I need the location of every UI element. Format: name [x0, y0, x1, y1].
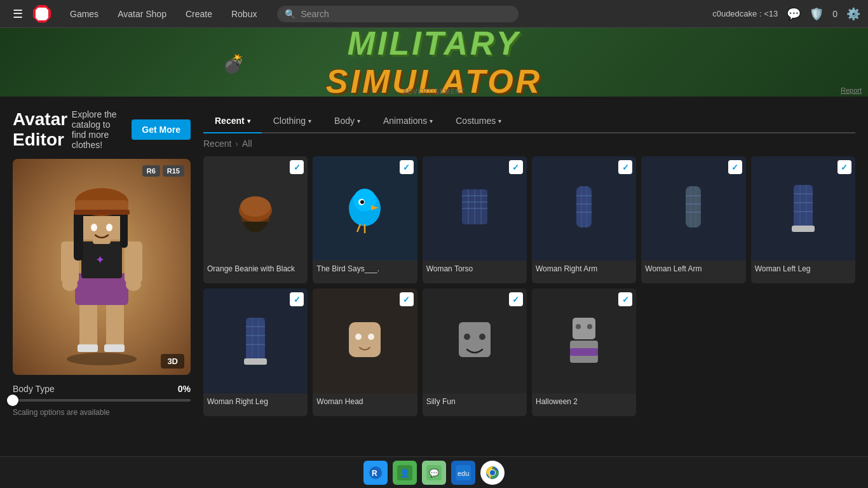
tab-body[interactable]: Body ▾ — [323, 109, 372, 133]
username-display: c0udedcake : <13 — [712, 9, 778, 18]
nav-games[interactable]: Games — [61, 4, 107, 24]
item-check-left-arm: ✓ — [728, 160, 742, 174]
svg-text:edu: edu — [458, 470, 469, 477]
tab-recent-arrow: ▾ — [247, 118, 250, 125]
hamburger-menu[interactable]: ☰ — [8, 4, 28, 24]
tab-costumes[interactable]: Costumes ▾ — [444, 109, 513, 133]
item-image-head: ✓ — [313, 288, 417, 393]
list-item[interactable]: ✓ Woman Right Arm — [532, 156, 636, 283]
svg-rect-16 — [74, 210, 83, 261]
list-item[interactable]: ✓ Halloween 2 — [532, 288, 636, 416]
list-item[interactable]: ✓ Woman Left Leg — [751, 156, 855, 283]
svg-point-12 — [126, 278, 141, 291]
svg-rect-17 — [120, 210, 128, 248]
tab-animations[interactable]: Animations ▾ — [372, 109, 444, 133]
item-check-head: ✓ — [400, 292, 414, 306]
notifications-icon[interactable]: 🛡️ — [810, 7, 824, 21]
ad-report-link[interactable]: Report — [841, 86, 862, 94]
tab-recent[interactable]: Recent ▾ — [203, 109, 262, 133]
svg-rect-73 — [573, 318, 595, 339]
left-panel: Avatar Editor Explore the catalog to fin… — [13, 109, 191, 488]
breadcrumb: Recent › All — [203, 139, 855, 149]
body-type-section: Body Type 0% Scaling options are availab… — [13, 384, 191, 417]
svg-point-26 — [240, 196, 271, 217]
svg-rect-67 — [349, 322, 381, 357]
item-check-right-arm: ✓ — [618, 160, 632, 174]
svg-point-21 — [91, 224, 97, 231]
item-image-halloween: ✓ — [532, 288, 636, 393]
svg-rect-77 — [570, 348, 598, 356]
view-3d-button[interactable]: 3D — [161, 354, 184, 369]
main-content: Avatar Editor Explore the catalog to fin… — [0, 97, 868, 488]
svg-rect-5 — [104, 344, 125, 352]
avatar-preview: R6 R15 ✦ — [13, 159, 191, 375]
item-image-bird: ✓ — [313, 156, 417, 261]
svg-point-71 — [464, 334, 470, 340]
list-item[interactable]: ✓ Woman Left Arm — [641, 156, 745, 283]
item-check-left-leg: ✓ — [837, 160, 851, 174]
item-image-torso: ✓ — [423, 156, 527, 261]
page-header: Avatar Editor Explore the catalog to fin… — [13, 109, 191, 150]
roblox-logo[interactable] — [33, 5, 51, 23]
svg-text:✦: ✦ — [95, 254, 105, 266]
breadcrumb-all[interactable]: All — [242, 139, 252, 149]
svg-rect-2 — [79, 302, 97, 349]
scaling-note: Scaling options are available — [13, 408, 191, 417]
settings-icon[interactable]: ⚙️ — [846, 7, 860, 21]
svg-rect-66 — [244, 358, 267, 365]
svg-point-68 — [355, 334, 362, 340]
item-label-torso: Woman Torso — [423, 261, 527, 283]
svg-rect-59 — [792, 226, 815, 232]
svg-rect-47 — [686, 186, 701, 227]
breadcrumb-separator: › — [235, 139, 238, 149]
item-label-bird: The Bird Says___. — [313, 261, 417, 283]
tab-clothing-arrow: ▾ — [308, 118, 311, 125]
nav-create[interactable]: Create — [177, 4, 221, 24]
item-check-torso: ✓ — [509, 160, 523, 174]
search-icon: 🔍 — [285, 9, 295, 19]
list-item[interactable]: ✓ The Bird Says___. — [313, 156, 417, 283]
svg-rect-20 — [74, 210, 130, 215]
svg-text:R: R — [372, 469, 377, 478]
list-item[interactable]: ✓ Woman Head — [313, 288, 417, 416]
item-image-left-arm: ✓ — [641, 156, 745, 261]
item-image-right-arm: ✓ — [532, 156, 636, 261]
search-input[interactable] — [301, 9, 511, 19]
r15-badge[interactable]: R15 — [163, 165, 184, 177]
nav-links: Games Avatar Shop Create Robux — [61, 4, 266, 24]
chat-icon[interactable]: 💬 — [787, 7, 801, 21]
item-check-right-leg: ✓ — [290, 292, 304, 306]
svg-text:💬: 💬 — [429, 468, 440, 478]
list-item[interactable]: ✓ Woman Torso — [423, 156, 527, 283]
taskbar-chat-icon[interactable]: 💬 — [422, 461, 446, 485]
taskbar-roblox-icon[interactable]: R — [363, 461, 388, 485]
svg-rect-41 — [576, 186, 592, 227]
search-bar[interactable]: 🔍 — [277, 6, 519, 22]
r6-badge[interactable]: R6 — [142, 165, 160, 177]
taskbar-edu-icon[interactable]: edu — [451, 461, 475, 485]
svg-point-89 — [490, 470, 495, 475]
list-item[interactable]: ✓ Orange Beanie with Black — [203, 156, 308, 283]
get-more-button[interactable]: Get More — [132, 119, 191, 140]
taskbar-avatar-icon[interactable]: 👤 — [393, 461, 417, 485]
tab-clothing[interactable]: Clothing ▾ — [262, 109, 323, 133]
avatar-badges: R6 R15 — [142, 165, 184, 177]
list-item[interactable]: ✓ Silly Fun — [423, 288, 527, 416]
taskbar-chrome-icon[interactable] — [480, 461, 505, 485]
svg-point-11 — [62, 278, 78, 291]
right-panel: Recent ▾ Clothing ▾ Body ▾ Animations ▾ … — [203, 109, 855, 488]
svg-rect-60 — [246, 318, 265, 361]
breadcrumb-recent[interactable]: Recent — [203, 139, 231, 149]
ad-title-line1: MILITARY — [348, 28, 521, 62]
ad-label: ADVERTISEMENT — [403, 88, 465, 95]
list-item[interactable]: ✓ Woman Right Leg — [203, 288, 308, 416]
nav-robux[interactable]: Robux — [222, 4, 266, 24]
body-type-slider-thumb[interactable] — [7, 395, 18, 406]
item-label-left-arm: Woman Left Arm — [641, 261, 745, 283]
avatar-figure: ✦ — [13, 159, 191, 375]
tabs-row: Recent ▾ Clothing ▾ Body ▾ Animations ▾ … — [203, 109, 855, 133]
body-type-label: Body Type — [13, 384, 55, 394]
svg-point-31 — [360, 200, 364, 204]
item-label-head: Woman Head — [313, 393, 417, 416]
nav-avatar-shop[interactable]: Avatar Shop — [109, 4, 175, 24]
